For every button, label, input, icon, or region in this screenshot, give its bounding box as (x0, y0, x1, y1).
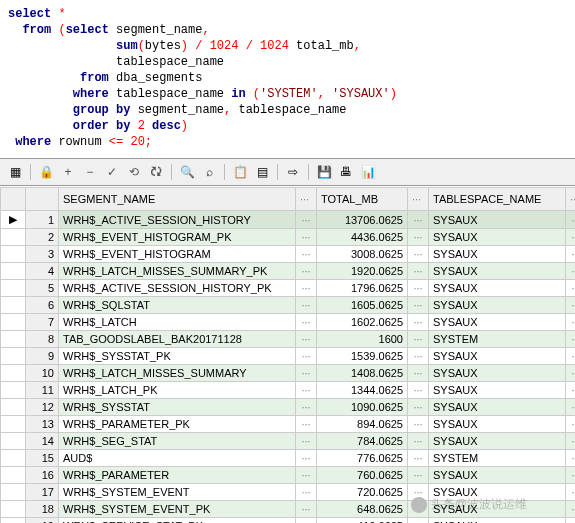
cell-segment-name[interactable]: AUD$ (59, 450, 296, 467)
row-marker[interactable] (1, 246, 26, 263)
table-row[interactable]: 7WRH$_LATCH···1602.0625···SYSAUX··· (1, 314, 576, 331)
cell-segment-name[interactable]: WRH$_EVENT_HISTOGRAM (59, 246, 296, 263)
table-row[interactable]: 12WRH$_SYSSTAT···1090.0625···SYSAUX··· (1, 399, 576, 416)
cell-segment-name[interactable]: WRH$_EVENT_HISTOGRAM_PK (59, 229, 296, 246)
cell-tablespace-name[interactable]: SYSAUX (429, 501, 566, 518)
row-marker[interactable] (1, 331, 26, 348)
table-row[interactable]: 2WRH$_EVENT_HISTOGRAM_PK···4436.0625···S… (1, 229, 576, 246)
cell-segment-name[interactable]: WRH$_ACTIVE_SESSION_HISTORY_PK (59, 280, 296, 297)
table-row[interactable]: 5WRH$_ACTIVE_SESSION_HISTORY_PK···1796.0… (1, 280, 576, 297)
row-marker[interactable] (1, 399, 26, 416)
row-marker[interactable] (1, 416, 26, 433)
cell-segment-name[interactable]: WRH$_SQLSTAT (59, 297, 296, 314)
cell-segment-name[interactable]: WRH$_SEG_STAT (59, 433, 296, 450)
cell-ellipsis-button[interactable]: ··· (296, 433, 317, 450)
export-button[interactable]: ⇨ (284, 163, 302, 181)
table-row[interactable]: 4WRH$_LATCH_MISSES_SUMMARY_PK···1920.062… (1, 263, 576, 280)
cell-segment-name[interactable]: WRH$_PARAMETER_PK (59, 416, 296, 433)
cell-total-mb[interactable]: 1090.0625 (317, 399, 408, 416)
cell-ellipsis-button[interactable]: ··· (296, 229, 317, 246)
cell-ellipsis-button[interactable]: ··· (296, 518, 317, 524)
remove-row-button[interactable]: − (81, 163, 99, 181)
cell-ellipsis-button[interactable]: ··· (296, 211, 317, 229)
cell-tablespace-name[interactable]: SYSAUX (429, 314, 566, 331)
cell-ellipsis-button[interactable]: ··· (566, 450, 576, 467)
cell-segment-name[interactable]: WRH$_ACTIVE_SESSION_HISTORY (59, 211, 296, 229)
save-button[interactable]: 💾 (315, 163, 333, 181)
table-row[interactable]: 13WRH$_PARAMETER_PK···894.0625···SYSAUX·… (1, 416, 576, 433)
cell-tablespace-name[interactable]: SYSAUX (429, 263, 566, 280)
results-grid[interactable]: SEGMENT_NAME ··· TOTAL_MB ··· TABLESPACE… (0, 186, 575, 523)
cell-segment-name[interactable]: WRH$_SYSTEM_EVENT_PK (59, 501, 296, 518)
cell-total-mb[interactable]: 760.0625 (317, 467, 408, 484)
cell-segment-name[interactable]: WRH$_LATCH_PK (59, 382, 296, 399)
cell-ellipsis-button[interactable]: ··· (296, 382, 317, 399)
cell-tablespace-name[interactable]: SYSAUX (429, 246, 566, 263)
cell-tablespace-name[interactable]: SYSAUX (429, 518, 566, 524)
cell-ellipsis-button[interactable]: ··· (296, 314, 317, 331)
cell-segment-name[interactable]: WRH$_SYSTEM_EVENT (59, 484, 296, 501)
column-header-total-mb[interactable]: TOTAL_MB (317, 188, 408, 211)
table-row[interactable]: 6WRH$_SQLSTAT···1605.0625···SYSAUX··· (1, 297, 576, 314)
cell-ellipsis-button[interactable]: ··· (566, 467, 576, 484)
copy-button[interactable]: 📋 (231, 163, 249, 181)
column-header-tablespace-name[interactable]: TABLESPACE_NAME (429, 188, 566, 211)
cell-segment-name[interactable]: WRH$_LATCH_MISSES_SUMMARY (59, 365, 296, 382)
cell-segment-name[interactable]: WRH$_LATCH_MISSES_SUMMARY_PK (59, 263, 296, 280)
cell-total-mb[interactable]: 416.0625 (317, 518, 408, 524)
cell-ellipsis-button[interactable]: ··· (408, 348, 429, 365)
cell-total-mb[interactable]: 13706.0625 (317, 211, 408, 229)
cell-tablespace-name[interactable]: SYSAUX (429, 416, 566, 433)
cell-ellipsis-button[interactable]: ··· (408, 399, 429, 416)
cell-tablespace-name[interactable]: SYSAUX (429, 348, 566, 365)
row-marker[interactable] (1, 467, 26, 484)
cell-ellipsis-button[interactable]: ··· (296, 467, 317, 484)
row-marker[interactable] (1, 348, 26, 365)
cell-ellipsis-button[interactable]: ··· (408, 382, 429, 399)
table-row[interactable]: ▶1WRH$_ACTIVE_SESSION_HISTORY···13706.06… (1, 211, 576, 229)
cell-tablespace-name[interactable]: SYSAUX (429, 229, 566, 246)
table-row[interactable]: 16WRH$_PARAMETER···760.0625···SYSAUX··· (1, 467, 576, 484)
cell-segment-name[interactable]: WRH$_LATCH (59, 314, 296, 331)
cell-ellipsis-button[interactable]: ··· (566, 365, 576, 382)
cell-ellipsis-button[interactable]: ··· (566, 501, 576, 518)
table-row[interactable]: 17WRH$_SYSTEM_EVENT···720.0625···SYSAUX·… (1, 484, 576, 501)
cell-tablespace-name[interactable]: SYSAUX (429, 211, 566, 229)
cell-ellipsis-button[interactable]: ··· (566, 263, 576, 280)
cell-ellipsis-button[interactable]: ··· (296, 331, 317, 348)
cell-total-mb[interactable]: 1408.0625 (317, 365, 408, 382)
cell-ellipsis-button[interactable]: ··· (408, 246, 429, 263)
lock-button[interactable]: 🔒 (37, 163, 55, 181)
table-row[interactable]: 9WRH$_SYSSTAT_PK···1539.0625···SYSAUX··· (1, 348, 576, 365)
cell-tablespace-name[interactable]: SYSAUX (429, 399, 566, 416)
cell-ellipsis-button[interactable]: ··· (296, 501, 317, 518)
row-marker[interactable]: ▶ (1, 211, 26, 229)
row-marker[interactable] (1, 229, 26, 246)
row-marker[interactable] (1, 450, 26, 467)
find-button[interactable]: 🔍 (178, 163, 196, 181)
cell-total-mb[interactable]: 1600 (317, 331, 408, 348)
cell-ellipsis-button[interactable]: ··· (296, 416, 317, 433)
column-header-segment-name[interactable]: SEGMENT_NAME (59, 188, 296, 211)
table-row[interactable]: 11WRH$_LATCH_PK···1344.0625···SYSAUX··· (1, 382, 576, 399)
row-marker[interactable] (1, 263, 26, 280)
cell-ellipsis-button[interactable]: ··· (566, 331, 576, 348)
cell-segment-name[interactable]: WRH$_SERVICE_STAT_PK (59, 518, 296, 524)
cell-ellipsis-button[interactable]: ··· (566, 229, 576, 246)
cell-ellipsis-button[interactable]: ··· (408, 280, 429, 297)
cell-ellipsis-button[interactable]: ··· (408, 450, 429, 467)
cell-total-mb[interactable]: 3008.0625 (317, 246, 408, 263)
goto-button[interactable]: ▤ (253, 163, 271, 181)
cell-tablespace-name[interactable]: SYSAUX (429, 365, 566, 382)
grid-view-button[interactable]: ▦ (6, 163, 24, 181)
cell-total-mb[interactable]: 1539.0625 (317, 348, 408, 365)
cell-ellipsis-button[interactable]: ··· (566, 433, 576, 450)
cell-ellipsis-button[interactable]: ··· (408, 433, 429, 450)
cell-ellipsis-button[interactable]: ··· (296, 263, 317, 280)
cell-total-mb[interactable]: 1796.0625 (317, 280, 408, 297)
row-marker[interactable] (1, 484, 26, 501)
cell-tablespace-name[interactable]: SYSTEM (429, 331, 566, 348)
row-marker[interactable] (1, 518, 26, 524)
cell-ellipsis-button[interactable]: ··· (296, 399, 317, 416)
cell-ellipsis-button[interactable]: ··· (408, 484, 429, 501)
